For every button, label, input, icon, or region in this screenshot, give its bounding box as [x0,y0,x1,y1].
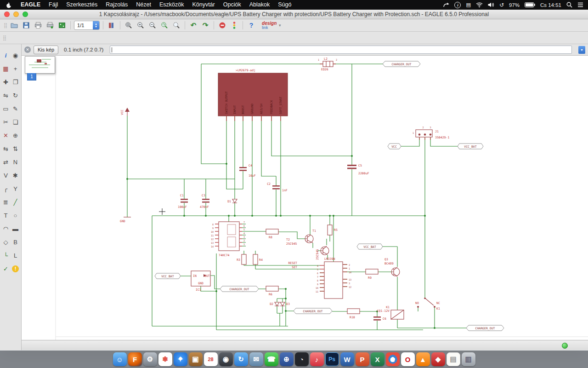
dock-icon-photoshop[interactable]: Ps [325,352,339,366]
stop-button[interactable] [217,20,227,30]
rect-tool-icon[interactable]: ▬ [11,222,20,235]
erc-tool-icon[interactable]: ✓ [1,262,11,275]
dock-icon-chrome[interactable]: C [386,352,400,366]
group-tool-icon[interactable]: ▭ [1,102,11,115]
dock-icon-network[interactable]: ⊕ [280,352,294,366]
designlink-button[interactable]: design link ▼ [262,21,282,30]
invoke-tool-icon[interactable]: ≣ [1,196,11,208]
share-icon[interactable] [443,2,449,7]
help-button[interactable]: ? [246,20,256,30]
board-button[interactable] [57,20,67,30]
arc-tool-icon[interactable]: ◠ [1,222,11,235]
dock-icon-itunes[interactable]: ♪ [310,352,324,366]
menu-opciok[interactable]: Opciók [219,0,245,10]
minimap-panel[interactable] [25,56,55,74]
polygon-tool-icon[interactable]: ◇ [1,236,11,248]
dock-icon-terminal[interactable]: ◔ [295,352,309,366]
mirror-tool-icon[interactable]: ⇋ [1,89,11,102]
menu-sugo[interactable]: Súgó [274,0,295,10]
schematic-canvas[interactable]: 1 [22,56,588,340]
dock-icon-calendar[interactable]: 28 [204,352,218,366]
volume-icon[interactable] [488,2,494,7]
erc-status-icon[interactable] [229,20,239,30]
display-icon[interactable]: ▤ [466,2,470,8]
dock-icon-excel[interactable]: X [371,352,384,366]
use-library-button[interactable] [107,20,117,30]
menu-fajl[interactable]: Fájl [45,0,62,10]
copy-tool-icon[interactable]: ❐ [11,75,20,88]
dock-icon-finder[interactable]: ☺ [113,352,127,366]
label-tool-icon[interactable]: L [11,249,20,262]
flipflop-74hc74[interactable] [215,222,242,251]
dock-icon-photos[interactable]: ✽ [158,352,172,366]
command-history-dropdown[interactable]: ▼ [578,46,585,54]
save-button[interactable] [21,20,31,30]
dock-icon-word[interactable]: W [340,352,354,366]
notification-center-icon[interactable] [577,2,583,7]
name-tool-icon[interactable]: N [11,155,20,168]
menu-nezet[interactable]: Nézet [132,0,155,10]
net-tool-icon[interactable]: └ [1,249,11,262]
close-window-button[interactable] [4,12,10,17]
zoom-select-button[interactable] [171,20,181,30]
info-tool-icon[interactable]: i [1,49,11,62]
zoom-out-button[interactable] [147,20,158,30]
gateswap-tool-icon[interactable]: ⇅ [11,142,20,155]
dock-icon-trash[interactable]: ▥ [462,352,475,366]
dock-icon-installer[interactable]: ◆ [431,352,445,366]
dock-icon-camera[interactable]: ◉ [219,352,233,366]
zoom-fit-button[interactable] [124,20,134,30]
minimap-toggle-button[interactable]: Kis kép [34,46,58,54]
toolbar-drag-handle[interactable]: ⣿ [2,35,6,41]
dock-icon-mail[interactable]: ✉ [249,352,263,366]
cam-print-button[interactable] [45,20,55,30]
zoom-redraw-button[interactable] [159,20,170,30]
battery-icon[interactable] [525,2,535,7]
paste-tool-icon[interactable]: ❏ [11,115,20,128]
split-tool-icon[interactable]: Y [11,182,20,195]
mark-tool-icon[interactable]: + [11,62,20,75]
zoom-in-button[interactable] [136,20,146,30]
wifi-icon[interactable] [476,2,483,7]
dock-icon-powerpoint[interactable]: P [356,352,369,366]
sheet-selector[interactable]: 1/1 ▲▼ [74,21,100,30]
dock-icon-system-preferences[interactable]: ⚙ [143,352,157,366]
open-button[interactable] [9,20,19,30]
title-bar[interactable]: 1 Kapcsolásirajz - /Users/macbook/Docume… [0,10,588,19]
menu-eagle[interactable]: EAGLE [17,0,45,10]
redo-button[interactable]: ↷ [200,20,210,30]
inductor-l2[interactable] [320,61,336,67]
dock-icon-file-archive[interactable]: ▣ [189,352,203,366]
delete-tool-icon[interactable]: ✕ [1,129,11,142]
smash-tool-icon[interactable]: ✱ [11,169,20,182]
menu-clock[interactable]: Cs 14:51 [540,2,561,8]
dock-icon-textedit[interactable]: ▤ [447,352,460,366]
menu-rajzolas[interactable]: Rajzolás [102,0,132,10]
bus-tool-icon[interactable]: B [11,236,20,248]
circle-tool-icon[interactable]: ○ [11,209,20,222]
spotlight-icon[interactable] [566,2,572,8]
text-tool-icon[interactable]: T [1,209,11,222]
show-tool-icon[interactable]: ◉ [11,49,20,62]
menu-ablakok[interactable]: Ablakok [245,0,274,10]
dock-icon-opera[interactable]: O [401,352,415,366]
change-tool-icon[interactable]: ✎ [11,102,20,115]
print-button[interactable] [33,20,43,30]
sheet-stepper[interactable]: ▲▼ [93,21,99,29]
menu-szerkesztes[interactable]: Szerkesztés [62,0,102,10]
menu-konyvtar[interactable]: Könyvtár [188,0,219,10]
dock-icon-firefox[interactable]: F [128,352,142,366]
comparator-lm339[interactable] [320,262,347,299]
command-input[interactable] [110,46,572,54]
dock-icon-vlc[interactable]: ▲ [416,352,430,366]
sheet-tab-1[interactable]: 1 [27,73,36,80]
toolbar-drag-handle[interactable]: ⣿ [3,23,7,29]
net-flags[interactable]: CHARGER_OUT VCC VCC_BAT VCC_BAT VCC_BAT … [155,61,504,331]
wire-tool-icon[interactable]: ╱ [11,196,20,208]
close-panel-icon[interactable]: ✕ [24,46,31,53]
add-tool-icon[interactable]: ⊕ [11,129,20,142]
connector-j1[interactable] [416,130,432,140]
menu-eszkozok[interactable]: Eszközök [155,0,188,10]
cut-tool-icon[interactable]: ✂ [1,115,11,128]
pinswap-tool-icon[interactable]: ⇆ [1,142,11,155]
